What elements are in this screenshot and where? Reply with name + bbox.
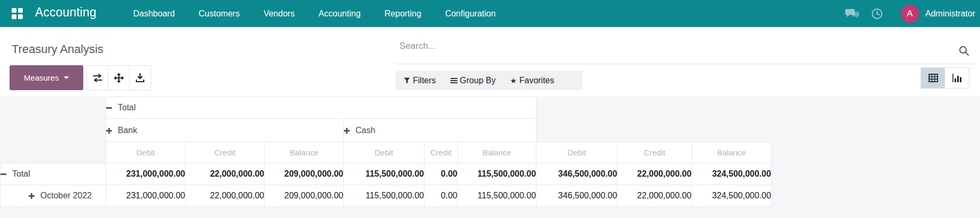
- messages-icon[interactable]: [845, 7, 861, 21]
- search-icon: [959, 46, 969, 56]
- measures-button-label: Measures: [24, 73, 59, 82]
- cell-value: 324,500,000.00: [692, 185, 771, 207]
- measure-header-balance[interactable]: Balance: [692, 142, 771, 163]
- cell-value: 115,500,000.00: [458, 163, 536, 185]
- cell-value: 0.00: [424, 163, 458, 185]
- cell-value: 0.00: [424, 185, 458, 207]
- collapse-icon: [106, 107, 112, 109]
- cell-value: 231,000,000.00: [106, 185, 186, 207]
- download-xlsx-button[interactable]: [129, 66, 151, 90]
- measures-header-row: Debit Credit Balance Debit Credit Balanc…: [1, 142, 771, 163]
- cell-value: 346,500,000.00: [536, 163, 618, 185]
- col-root-header-row: Total: [1, 97, 771, 119]
- navbar-right: A Administrator: [845, 0, 975, 27]
- measure-header-credit[interactable]: Credit: [424, 142, 458, 163]
- measure-header-debit[interactable]: Debit: [106, 142, 186, 163]
- search-input[interactable]: [395, 32, 975, 64]
- cell-value: 115,500,000.00: [344, 185, 424, 207]
- cell-value: 231,000,000.00: [106, 163, 186, 185]
- menu-item-configuration[interactable]: Configuration: [445, 9, 496, 19]
- cell-value: 346,500,000.00: [536, 185, 618, 207]
- cell-value: 22,000,000.00: [186, 185, 265, 207]
- clock-icon: [871, 7, 883, 20]
- cell-value: 324,500,000.00: [692, 163, 771, 185]
- pivot-blank: [536, 97, 771, 119]
- menu-item-dashboard[interactable]: Dashboard: [133, 9, 175, 19]
- user-name[interactable]: Administrator: [925, 9, 975, 19]
- pivot-corner: [1, 119, 106, 142]
- main-menu: Dashboard Customers Vendors Accounting R…: [133, 0, 496, 27]
- chevron-down-icon: [64, 76, 69, 79]
- pivot-corner: [1, 97, 106, 119]
- expand-icon: [106, 128, 112, 134]
- bar-chart-icon: [952, 74, 962, 82]
- measure-header-credit[interactable]: Credit: [186, 142, 265, 163]
- measure-header-debit[interactable]: Debit: [536, 142, 618, 163]
- measure-header-balance[interactable]: Balance: [458, 142, 536, 163]
- collapse-icon: [1, 173, 6, 175]
- apps-menu-icon[interactable]: [12, 8, 23, 19]
- menu-item-accounting[interactable]: Accounting: [318, 9, 360, 19]
- table-row-october-2022: October 2022 231,000,000.00 22,000,000.0…: [1, 185, 771, 207]
- group-by-list-icon: [450, 77, 457, 84]
- row-header-total[interactable]: Total: [1, 163, 106, 185]
- cell-value: 209,000,000.00: [265, 185, 344, 207]
- filters-label: Filters: [413, 76, 436, 85]
- search-button[interactable]: [959, 46, 969, 56]
- expand-icon: [29, 193, 34, 199]
- menu-item-vendors[interactable]: Vendors: [264, 9, 295, 19]
- app-brand-title[interactable]: Accounting: [35, 5, 97, 20]
- graph-view-button[interactable]: [945, 68, 969, 88]
- search-facet-bar: Filters Group By ★ Favorites: [395, 71, 583, 90]
- col-header-total[interactable]: Total: [106, 97, 536, 119]
- download-icon: [136, 73, 144, 82]
- cell-value: 115,500,000.00: [458, 185, 536, 207]
- star-icon: ★: [510, 77, 517, 84]
- cell-value: 209,000,000.00: [265, 163, 344, 185]
- measure-header-debit[interactable]: Debit: [344, 142, 424, 163]
- expand-all-icon: [114, 73, 124, 83]
- page-title: Treasury Analysis: [12, 42, 103, 56]
- menu-item-reporting[interactable]: Reporting: [385, 9, 421, 19]
- search-box: [395, 32, 975, 64]
- group-by-button[interactable]: Group By: [450, 76, 496, 85]
- cell-value: 22,000,000.00: [618, 163, 692, 185]
- user-avatar[interactable]: A: [901, 5, 919, 23]
- flip-axis-button[interactable]: [87, 66, 108, 90]
- measure-header-credit[interactable]: Credit: [618, 142, 692, 163]
- control-panel: Treasury Analysis Measures: [0, 27, 980, 97]
- cell-value: 22,000,000.00: [186, 163, 265, 185]
- cell-value: 115,500,000.00: [344, 163, 424, 185]
- row-header-october-2022[interactable]: October 2022: [1, 185, 106, 207]
- view-switcher: [921, 67, 969, 89]
- pivot-toolbar: [86, 65, 151, 90]
- pivot-corner: [1, 142, 106, 163]
- measures-button[interactable]: Measures: [10, 65, 83, 90]
- favorites-button[interactable]: ★ Favorites: [510, 76, 554, 85]
- col-header-cash[interactable]: Cash: [344, 119, 536, 142]
- cell-value: 22,000,000.00: [618, 185, 692, 207]
- activities-clock-icon[interactable]: [869, 7, 885, 21]
- pivot-view-button[interactable]: [921, 68, 945, 88]
- top-navbar: Accounting Dashboard Customers Vendors A…: [0, 0, 980, 27]
- group-by-label: Group By: [460, 76, 496, 85]
- filter-funnel-icon: [404, 77, 410, 84]
- menu-item-customers[interactable]: Customers: [198, 9, 239, 19]
- table-row-total: Total 231,000,000.00 22,000,000.00 209,0…: [1, 163, 771, 185]
- chat-bubbles-icon: [845, 8, 860, 20]
- flip-axis-icon: [93, 74, 102, 82]
- pivot-blank: [536, 119, 771, 142]
- col-group-header-row: Bank Cash: [1, 119, 771, 142]
- filters-button[interactable]: Filters: [404, 76, 436, 85]
- expand-icon: [344, 128, 350, 134]
- col-header-bank[interactable]: Bank: [106, 119, 344, 142]
- expand-all-button[interactable]: [108, 66, 129, 90]
- table-grid-icon: [929, 74, 938, 82]
- favorites-label: Favorites: [519, 76, 554, 85]
- content-area: Total Bank Cash Debit Credit Balance Deb…: [0, 97, 980, 218]
- measure-header-balance[interactable]: Balance: [265, 142, 344, 163]
- pivot-table: Total Bank Cash Debit Credit Balance Deb…: [0, 97, 771, 207]
